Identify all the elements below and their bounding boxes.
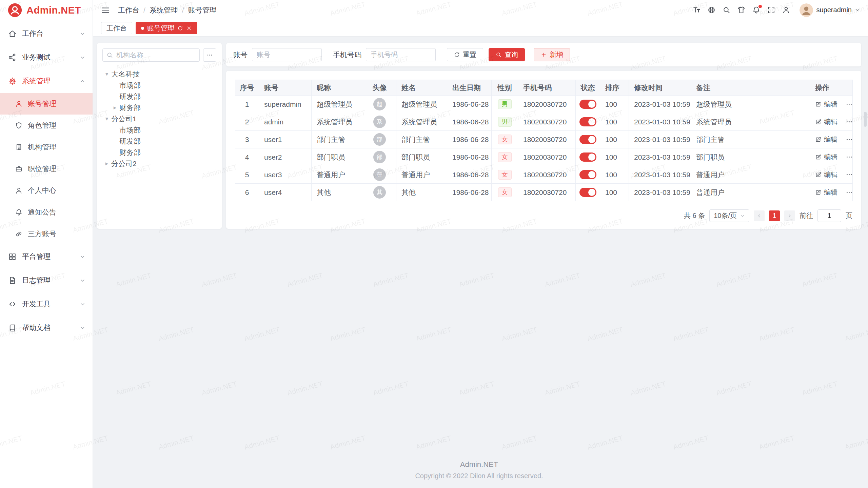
- close-icon[interactable]: [186, 25, 192, 31]
- user-menu[interactable]: superadmin: [800, 3, 860, 17]
- tree-node[interactable]: 研发部: [102, 91, 216, 102]
- org-panel: ▾ 大名科技 市场部 研发部 ▸ 财务部 ▾ 分公司1 市场部 研发部 财务部: [97, 43, 222, 229]
- caret-down-icon[interactable]: ▾: [102, 115, 111, 122]
- search-icon[interactable]: [722, 6, 731, 14]
- cell-nickname: 部门职员: [312, 148, 363, 166]
- phone-input[interactable]: [366, 48, 436, 61]
- cell-ops: 编辑: [810, 184, 853, 201]
- caret-down-icon[interactable]: ▾: [102, 70, 111, 78]
- sidebar-subitem-user[interactable]: 账号管理: [0, 93, 93, 115]
- sidebar-item-grid[interactable]: 平台管理: [0, 245, 93, 268]
- edit-button[interactable]: 编辑: [815, 135, 837, 144]
- edit-button[interactable]: 编辑: [815, 188, 837, 197]
- cell-gender: 男: [492, 96, 518, 113]
- cell-avatar: 系: [363, 113, 396, 131]
- cell-sort: 100: [600, 166, 629, 184]
- cell-birth: 1986-06-28: [447, 148, 492, 166]
- more-button[interactable]: [846, 101, 853, 108]
- cell-ops: 编辑: [810, 113, 853, 131]
- sidebar-subitem-bell[interactable]: 通知公告: [0, 201, 93, 223]
- add-button[interactable]: 新增: [534, 48, 570, 61]
- column-header: 账号: [259, 80, 312, 96]
- status-toggle[interactable]: [579, 117, 596, 126]
- page-size-select[interactable]: 10条/页: [709, 209, 749, 222]
- caret-right-icon[interactable]: ▸: [111, 104, 119, 111]
- cell-seq: 5: [235, 166, 259, 184]
- breadcrumb-item[interactable]: 系统管理: [150, 5, 178, 15]
- org-search-input[interactable]: [102, 48, 200, 62]
- table-card: 序号账号昵称头像姓名出生日期性别手机号码状态排序修改时间备注操作 1 super…: [226, 71, 861, 229]
- hamburger-icon[interactable]: [101, 6, 110, 15]
- sidebar-subitem-person[interactable]: 个人中心: [0, 180, 93, 201]
- more-button[interactable]: [846, 189, 853, 196]
- sidebar-item-gear[interactable]: 系统管理: [0, 69, 93, 93]
- sidebar-item-share[interactable]: 业务测试: [0, 45, 93, 69]
- tree-node[interactable]: ▾ 大名科技: [102, 68, 216, 80]
- sidebar-item-label: 平台管理: [22, 252, 79, 261]
- goto-page-input[interactable]: [817, 209, 841, 222]
- prev-page-button[interactable]: [754, 210, 765, 221]
- cell-seq: 6: [235, 184, 259, 201]
- search-button[interactable]: 查询: [489, 48, 525, 61]
- status-toggle[interactable]: [579, 170, 596, 179]
- tab-item[interactable]: 工作台: [101, 22, 132, 34]
- cell-modified: 2023-01-03 10:59:44: [629, 166, 691, 184]
- edit-button[interactable]: 编辑: [815, 152, 837, 162]
- scrollbar-thumb[interactable]: [864, 112, 867, 127]
- sidebar-subitem-briefcase[interactable]: 职位管理: [0, 158, 93, 180]
- theme-icon[interactable]: [737, 6, 746, 14]
- caret-right-icon[interactable]: ▸: [102, 160, 111, 167]
- more-button[interactable]: [846, 136, 853, 143]
- edit-button[interactable]: 编辑: [815, 100, 837, 109]
- total-count: 共 6 条: [684, 211, 705, 220]
- cell-ops: 编辑: [810, 96, 853, 113]
- account-input[interactable]: [252, 48, 322, 61]
- sidebar-subitem-shield[interactable]: 角色管理: [0, 115, 93, 136]
- add-label: 新增: [550, 50, 563, 59]
- page-1-button[interactable]: 1: [769, 210, 780, 221]
- org-more-button[interactable]: [203, 48, 216, 62]
- tree-node[interactable]: 研发部: [102, 136, 216, 147]
- refresh-icon[interactable]: [177, 25, 183, 31]
- reset-button[interactable]: 重置: [447, 48, 483, 61]
- footer-copyright: Copyright © 2022 Dilon All rights reserv…: [97, 472, 861, 480]
- more-button[interactable]: [846, 154, 853, 161]
- gender-tag: 女: [498, 170, 512, 180]
- more-button[interactable]: [846, 171, 853, 178]
- breadcrumb-item[interactable]: 工作台: [118, 5, 139, 15]
- next-page-button[interactable]: [784, 210, 795, 221]
- sidebar-item-book[interactable]: 帮助文档: [0, 316, 93, 340]
- sidebar-item-home[interactable]: 工作台: [0, 22, 93, 45]
- fullscreen-icon[interactable]: [767, 6, 775, 14]
- status-toggle[interactable]: [579, 100, 596, 109]
- tree-node[interactable]: ▸ 分公司2: [102, 158, 216, 169]
- tree-node[interactable]: ▸ 财务部: [102, 102, 216, 113]
- tree-node[interactable]: 市场部: [102, 80, 216, 91]
- sidebar-subitem-link[interactable]: 三方账号: [0, 223, 93, 245]
- cell-status: [576, 96, 600, 113]
- sidebar-subitem-building[interactable]: 机构管理: [0, 136, 93, 158]
- edit-button[interactable]: 编辑: [815, 170, 837, 179]
- tab-item[interactable]: 账号管理: [136, 22, 197, 34]
- sidebar-item-code[interactable]: 开发工具: [0, 292, 93, 316]
- breadcrumb: 工作台/系统管理/账号管理: [118, 5, 692, 15]
- status-toggle[interactable]: [579, 152, 596, 162]
- notification-icon[interactable]: [752, 6, 761, 14]
- edit-button[interactable]: 编辑: [815, 117, 837, 126]
- cell-status: [576, 131, 600, 148]
- cell-sort: 100: [600, 131, 629, 148]
- font-size-icon[interactable]: [692, 6, 701, 14]
- row-avatar: 部: [373, 133, 386, 146]
- tree-node[interactable]: ▾ 分公司1: [102, 113, 216, 124]
- status-toggle[interactable]: [579, 188, 596, 197]
- sidebar-item-file[interactable]: 日志管理: [0, 268, 93, 292]
- user-icon[interactable]: [782, 6, 790, 14]
- status-toggle[interactable]: [579, 135, 596, 144]
- sidebar-subitem-label: 机构管理: [28, 142, 56, 152]
- more-button[interactable]: [846, 118, 853, 125]
- cell-account: user1: [259, 131, 312, 148]
- tree-node[interactable]: 市场部: [102, 124, 216, 136]
- tree-node[interactable]: 财务部: [102, 147, 216, 158]
- globe-icon[interactable]: [707, 6, 716, 14]
- logo[interactable]: Admin.NET: [0, 0, 93, 20]
